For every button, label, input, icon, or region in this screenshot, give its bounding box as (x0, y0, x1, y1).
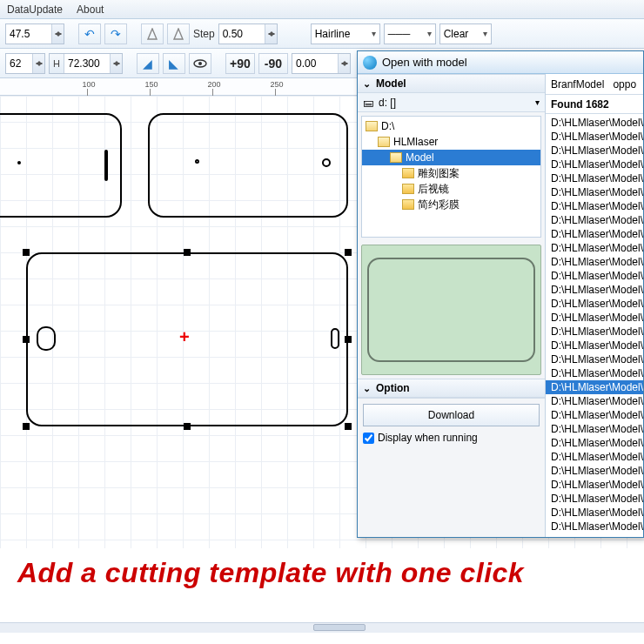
scroll-thumb[interactable] (313, 624, 366, 631)
template-shape-1[interactable] (0, 113, 122, 218)
folder-tree[interactable]: D:\ HLMlaser Model 雕刻图案 后视镜 简约彩膜 (361, 116, 541, 238)
list-item[interactable]: D:\HLMlaser\Model\oppo (546, 311, 643, 325)
tree-sub3[interactable]: 简约彩膜 (362, 197, 540, 212)
list-item[interactable]: D:\HLMlaser\Model\oppo (546, 422, 643, 436)
width-stepper[interactable] (32, 54, 44, 73)
handle-ne[interactable] (345, 249, 352, 256)
tree-model[interactable]: Model (362, 150, 540, 165)
tool-a-button[interactable] (141, 23, 164, 44)
handle-nw[interactable] (23, 249, 30, 256)
display-when-running-checkbox[interactable]: Display when running (363, 432, 540, 444)
chevron-down-icon: ⌄ (363, 78, 371, 90)
list-item[interactable]: D:\HLMlaser\Model\oppo (546, 130, 643, 144)
handle-w[interactable] (23, 336, 30, 343)
height-stepper[interactable] (110, 54, 122, 73)
value1-stepper[interactable] (51, 24, 64, 44)
shape-2-dot (195, 159, 199, 164)
list-item[interactable]: D:\HLMlaser\Model\oppo (546, 297, 643, 311)
list-item[interactable]: D:\HLMlaser\Model\oppo (546, 283, 643, 297)
step-stepper[interactable] (265, 24, 277, 44)
angle-field[interactable] (292, 53, 351, 74)
angle-stepper[interactable] (338, 54, 350, 73)
center-crosshair: + (179, 327, 190, 347)
list-item[interactable]: D:\HLMlaser\Model\oppo (546, 116, 643, 130)
list-item[interactable]: D:\HLMlaser\Model\oppo (546, 450, 643, 464)
selected-camera (331, 328, 339, 349)
display-checkbox-input[interactable] (363, 433, 374, 444)
model-path-list[interactable]: D:\HLMlaser\Model\oppoD:\HLMlaser\Model\… (546, 114, 643, 537)
chevron-down-icon: ⌄ (363, 383, 371, 394)
template-shape-2[interactable] (148, 113, 348, 218)
undo-button[interactable]: ↶ (78, 23, 101, 44)
width-input[interactable] (6, 54, 32, 73)
list-item[interactable]: D:\HLMlaser\Model\oppo (546, 366, 643, 380)
drive-selector[interactable]: 🖴 d: [] ▾ (358, 93, 545, 112)
redo-button[interactable]: ↷ (104, 23, 127, 44)
list-item[interactable]: D:\HLMlaser\Model\oppo (546, 325, 643, 339)
model-preview (361, 245, 541, 375)
handle-n[interactable] (184, 249, 191, 256)
list-item[interactable]: D:\HLMlaser\Model\oppo (546, 158, 643, 171)
list-item[interactable]: D:\HLMlaser\Model\oppo (546, 352, 643, 366)
handle-e[interactable] (345, 336, 352, 343)
list-item[interactable]: D:\HLMlaser\Model\oppo (546, 255, 643, 269)
list-item[interactable]: D:\HLMlaser\Model\oppo (546, 171, 643, 185)
tree-sub1[interactable]: 雕刻图案 (362, 165, 540, 181)
list-item[interactable]: D:\HLMlaser\Model\oppo (546, 227, 643, 241)
list-item[interactable]: D:\HLMlaser\Model\oppo (546, 408, 643, 422)
height-input[interactable] (64, 54, 110, 73)
list-item[interactable]: D:\HLMlaser\Model\oppo (546, 185, 643, 199)
handle-s[interactable] (184, 423, 191, 430)
tree-sub2[interactable]: 后视镜 (362, 181, 540, 197)
model-section-header[interactable]: ⌄Model (358, 74, 545, 93)
flip-h-button[interactable]: ◢ (137, 53, 159, 74)
rotate-plus90-button[interactable]: +90 (225, 53, 255, 74)
value1-input[interactable] (6, 24, 51, 44)
step-label: Step (193, 28, 215, 40)
eye-button[interactable] (189, 53, 211, 74)
brand-model-row: BranfModel oppo (546, 74, 643, 95)
menu-about[interactable]: About (77, 3, 104, 16)
angle-input[interactable] (292, 54, 338, 73)
handle-sw[interactable] (23, 423, 30, 430)
tool-b-button[interactable] (167, 23, 190, 44)
found-count: Found 1682 (546, 95, 643, 114)
menu-dataupdate[interactable]: DataUpdate (7, 3, 63, 16)
list-item[interactable]: D:\HLMlaser\Model\oppo (546, 492, 643, 506)
flip-v-button[interactable]: ◣ (163, 53, 185, 74)
panel-app-icon (363, 56, 377, 70)
step-field[interactable] (218, 23, 278, 44)
panel-title: Open with model (382, 56, 467, 69)
linestyle-combo[interactable]: ───▾ (384, 23, 436, 44)
list-item[interactable]: D:\HLMlaser\Model\oppo (546, 394, 643, 408)
option-section-header[interactable]: ⌄Option (358, 379, 545, 398)
panel-titlebar[interactable]: Open with model (358, 51, 643, 74)
download-button[interactable]: Download (363, 404, 540, 426)
marketing-caption: Add a cutting template with one click (17, 557, 644, 589)
list-item[interactable]: D:\HLMlaser\Model\oppo (546, 199, 643, 213)
list-item[interactable]: D:\HLMlaser\Model\oppo (546, 339, 643, 352)
list-item[interactable]: D:\HLMlaser\Model\oppo (546, 520, 643, 533)
svg-point-1 (198, 62, 202, 65)
list-item[interactable]: D:\HLMlaser\Model\oppo (546, 241, 643, 255)
width-field[interactable] (5, 53, 45, 74)
list-item[interactable]: D:\HLMlaser\Model\oppo (546, 506, 643, 520)
list-item[interactable]: D:\HLMlaser\Model\oppo (546, 478, 643, 492)
height-field[interactable]: H (49, 53, 123, 74)
tree-root[interactable]: D:\ (362, 118, 540, 134)
list-item[interactable]: D:\HLMlaser\Model\oppor (546, 380, 643, 394)
status-scrollbar[interactable] (0, 622, 644, 633)
list-item[interactable]: D:\HLMlaser\Model\oppo (546, 436, 643, 450)
clear-combo[interactable]: Clear▾ (439, 23, 492, 44)
list-item[interactable]: D:\HLMlaser\Model\oppo (546, 213, 643, 227)
list-item[interactable]: D:\HLMlaser\Model\oppo (546, 144, 643, 158)
handle-se[interactable] (345, 423, 352, 430)
selected-cutout (37, 326, 56, 351)
tree-hlmlaser[interactable]: HLMlaser (362, 134, 540, 150)
list-item[interactable]: D:\HLMlaser\Model\oppo (546, 269, 643, 283)
list-item[interactable]: D:\HLMlaser\Model\oppo (546, 464, 643, 478)
value1-field[interactable] (5, 23, 64, 44)
rotate-minus90-button[interactable]: -90 (258, 53, 288, 74)
step-input[interactable] (219, 24, 265, 44)
hairline-combo[interactable]: Hairline▾ (311, 23, 380, 44)
